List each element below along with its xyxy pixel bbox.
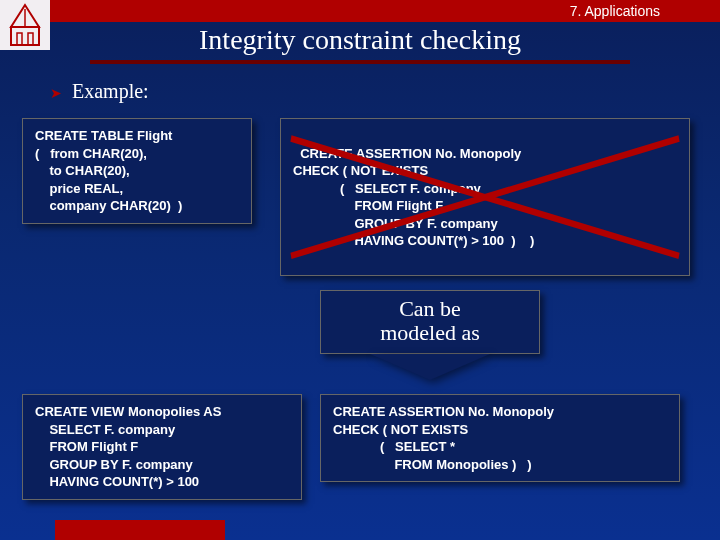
callout: Can be modeled as bbox=[320, 290, 540, 380]
callout-line2: modeled as bbox=[325, 321, 535, 345]
code-assertion-long-text: CREATE ASSERTION No. Monopoly CHECK ( NO… bbox=[293, 146, 534, 249]
code-assertion-long: CREATE ASSERTION No. Monopoly CHECK ( NO… bbox=[280, 118, 690, 276]
chapter-label: 7. Applications bbox=[570, 3, 660, 19]
callout-line1: Can be bbox=[325, 297, 535, 321]
svg-rect-2 bbox=[28, 33, 33, 45]
bullet-icon: ➤ bbox=[50, 85, 62, 101]
callout-box: Can be modeled as bbox=[320, 290, 540, 354]
down-arrow-icon bbox=[370, 354, 490, 380]
svg-rect-1 bbox=[17, 33, 22, 45]
code-create-view: CREATE VIEW Monopolies AS SELECT F. comp… bbox=[22, 394, 302, 500]
slide-title: Integrity constraint checking bbox=[0, 24, 720, 56]
code-create-table: CREATE TABLE Flight ( from CHAR(20), to … bbox=[22, 118, 252, 224]
code-assertion-short: CREATE ASSERTION No. Monopoly CHECK ( NO… bbox=[320, 394, 680, 482]
svg-rect-0 bbox=[11, 27, 39, 45]
example-label: Example: bbox=[72, 80, 149, 103]
logo-icon bbox=[0, 0, 50, 50]
header-band: 7. Applications bbox=[0, 0, 720, 22]
footer-band bbox=[55, 520, 225, 540]
title-underline bbox=[90, 60, 630, 64]
